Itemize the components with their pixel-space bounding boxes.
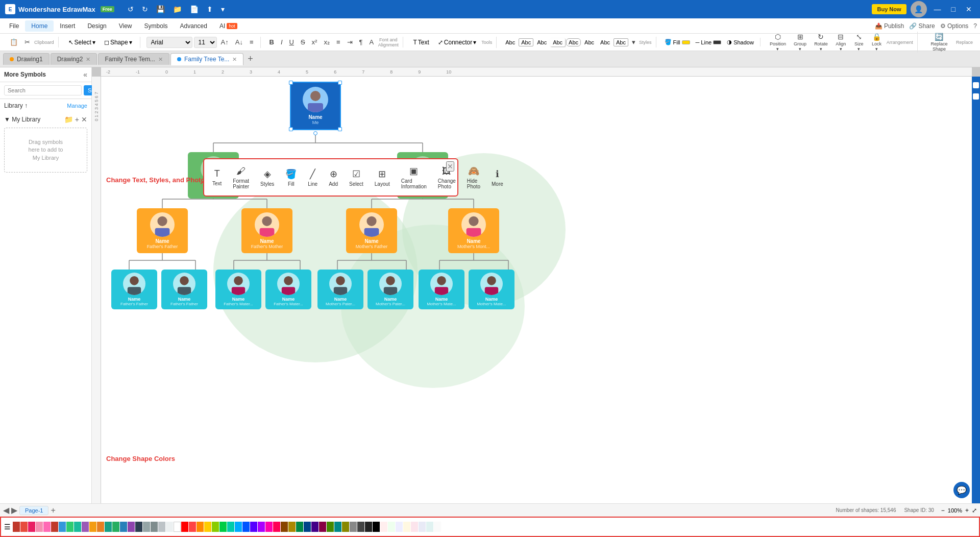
card-fathers-father[interactable]: Name Father's Father bbox=[137, 208, 188, 253]
indent-button[interactable]: ⇥ bbox=[345, 37, 355, 47]
toolbar-popup-close[interactable]: ✕ bbox=[446, 161, 454, 172]
tp-select[interactable]: ☑ Select bbox=[345, 166, 368, 189]
swatch-lime[interactable] bbox=[212, 522, 219, 532]
swatch-green-dark[interactable] bbox=[112, 522, 119, 532]
user-avatar[interactable]: 👤 bbox=[911, 1, 927, 17]
underline-button[interactable]: U bbox=[287, 37, 297, 47]
more-button[interactable]: ▾ bbox=[218, 4, 228, 14]
menu-insert[interactable]: Insert bbox=[54, 20, 81, 32]
swatch-dark-yellow[interactable] bbox=[342, 522, 349, 532]
tab-family-tree-te[interactable]: Family Tree Te... ✕ bbox=[170, 53, 243, 65]
handle-bl[interactable] bbox=[289, 127, 293, 131]
swatch-white[interactable] bbox=[174, 522, 181, 532]
replace-shape-button[interactable]: 🔄 Replace Shape bbox=[924, 32, 954, 53]
swatch-orange[interactable] bbox=[89, 522, 96, 532]
save-button[interactable]: 💾 bbox=[153, 4, 168, 14]
left-panel-collapse[interactable]: « bbox=[83, 70, 87, 79]
publish-button[interactable]: 📤 Publish bbox=[875, 22, 904, 30]
swatch-violet[interactable] bbox=[258, 522, 265, 532]
swatch-green[interactable] bbox=[66, 522, 74, 532]
tab-close-family-tree-te[interactable]: ✕ bbox=[232, 56, 237, 63]
text-btn[interactable]: T Text bbox=[409, 37, 432, 48]
tp-fill[interactable]: 🪣 Fill bbox=[281, 166, 301, 189]
swatch-pale-teal[interactable] bbox=[426, 522, 433, 532]
close-button[interactable]: ✕ bbox=[963, 4, 975, 14]
swatch-pale-red[interactable] bbox=[380, 522, 387, 532]
lock-button[interactable]: 🔒 Lock ▾ bbox=[868, 32, 885, 53]
swatch-cobalt[interactable] bbox=[242, 522, 250, 532]
align-arrange-button[interactable]: ⊟ Align ▾ bbox=[832, 32, 849, 53]
redo-button[interactable]: ↻ bbox=[139, 4, 151, 14]
tp-layout[interactable]: ⊞ Layout bbox=[371, 166, 394, 189]
tp-line[interactable]: ╱ Line bbox=[304, 166, 322, 189]
card-mf-fm[interactable]: Name Mother's Pater... bbox=[368, 270, 413, 309]
card-mothers-mother[interactable]: Name Mother's Mont... bbox=[448, 208, 499, 253]
italic-button[interactable]: I bbox=[278, 37, 285, 47]
menu-design[interactable]: Design bbox=[81, 20, 112, 32]
card-mm-ff[interactable]: Name Mother's Mate... bbox=[419, 270, 464, 309]
color-bar-menu[interactable]: ☰ bbox=[4, 523, 11, 531]
strikethrough-button[interactable]: S bbox=[298, 37, 308, 47]
zoom-in[interactable]: + bbox=[965, 507, 969, 514]
swatch-red[interactable] bbox=[20, 522, 28, 532]
canvas-area[interactable]: -2 -1 0 1 2 3 4 5 6 7 8 9 10 0 1 2 3 4 5… bbox=[92, 67, 980, 503]
swatch-pale-indigo[interactable] bbox=[419, 522, 426, 532]
decrease-font-button[interactable]: A↓ bbox=[233, 37, 246, 47]
card-mf-ff[interactable]: Name Mother's Pater... bbox=[317, 270, 363, 309]
clipboard-cut[interactable]: ✂ bbox=[22, 37, 33, 47]
swatch-aquamarine[interactable] bbox=[227, 522, 234, 532]
minimize-button[interactable]: — bbox=[931, 4, 944, 14]
card-mm-fm[interactable]: Name Mother's Mate... bbox=[469, 270, 514, 309]
shadow-button[interactable]: ◑ Shadow bbox=[725, 38, 756, 46]
card-fm-ff[interactable]: Name Father's Mater... bbox=[215, 270, 261, 309]
tp-format-painter[interactable]: 🖌 FormatPainter bbox=[229, 164, 253, 191]
swatch-mid-gray[interactable] bbox=[350, 522, 357, 532]
zoom-out[interactable]: − bbox=[941, 507, 945, 514]
clipboard-paste[interactable]: 📋 bbox=[7, 37, 20, 47]
menu-advanced[interactable]: Advanced bbox=[174, 20, 213, 32]
tab-family-tree-tem[interactable]: Family Tree Tem... ✕ bbox=[98, 53, 169, 65]
align-button[interactable]: ≡ bbox=[247, 37, 256, 47]
swatch-navy[interactable] bbox=[135, 522, 142, 532]
tab-close-family-tree-tem[interactable]: ✕ bbox=[158, 56, 163, 63]
tp-card-information[interactable]: ▣ CardInformation bbox=[397, 163, 431, 191]
style-sample-2[interactable]: Abc bbox=[519, 38, 533, 46]
swatch-dark-cyan[interactable] bbox=[334, 522, 341, 532]
font-family-select[interactable]: Arial bbox=[146, 37, 192, 48]
styles-more-btn[interactable]: ▾ bbox=[629, 37, 638, 47]
help-chat-button[interactable]: 💬 bbox=[953, 482, 970, 498]
zoom-fit[interactable]: ⤢ bbox=[972, 507, 977, 514]
my-library-add[interactable]: + bbox=[75, 115, 79, 124]
tp-styles[interactable]: ◈ Styles bbox=[256, 166, 278, 189]
connector-btn[interactable]: ⤢ Connector ▾ bbox=[434, 37, 480, 48]
card-mothers-father[interactable]: Name Mother's Father bbox=[346, 208, 397, 253]
swatch-gray-dark[interactable] bbox=[151, 522, 158, 532]
font-size-select[interactable]: 11 bbox=[194, 37, 217, 48]
export-button[interactable]: ⬆ bbox=[204, 4, 216, 14]
my-library-new-folder[interactable]: 📁 bbox=[64, 115, 73, 124]
swatch-pink-light[interactable] bbox=[36, 522, 43, 532]
fill-button[interactable]: 🪣 Fill bbox=[663, 38, 692, 46]
swatch-teal-dark[interactable] bbox=[105, 522, 112, 532]
swatch-crimson[interactable] bbox=[51, 522, 58, 532]
style-sample-6[interactable]: Abc bbox=[582, 38, 597, 46]
swatch-sky[interactable] bbox=[235, 522, 242, 532]
page-nav-left[interactable]: ◀ bbox=[3, 505, 9, 515]
tab-add-button[interactable]: + bbox=[244, 54, 256, 64]
style-sample-4[interactable]: Abc bbox=[550, 38, 565, 46]
tp-add[interactable]: ⊕ Add bbox=[325, 166, 342, 189]
swatch-purple-dark[interactable] bbox=[128, 522, 135, 532]
swatch-indigo[interactable] bbox=[250, 522, 257, 532]
swatch-brown[interactable] bbox=[281, 522, 288, 532]
select-dropdown[interactable]: ↖ Select ▾ bbox=[65, 37, 99, 48]
swatch-gold[interactable] bbox=[288, 522, 296, 532]
swatch-olive[interactable] bbox=[327, 522, 334, 532]
paragraph-button[interactable]: ¶ bbox=[357, 37, 365, 47]
swatch-silver[interactable] bbox=[158, 522, 165, 532]
swatch-blue[interactable] bbox=[59, 522, 66, 532]
swatch-pale-green[interactable] bbox=[388, 522, 395, 532]
swatch-charcoal[interactable] bbox=[365, 522, 372, 532]
help-button[interactable]: ? bbox=[973, 22, 977, 30]
swatch-yellow[interactable] bbox=[204, 522, 211, 532]
swatch-maroon[interactable] bbox=[319, 522, 326, 532]
